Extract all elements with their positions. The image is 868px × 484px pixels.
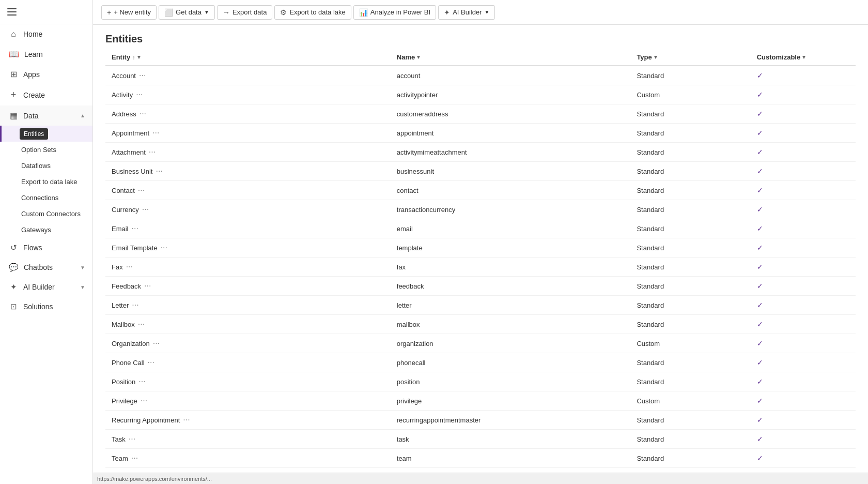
entity-customizable: ✓ [751, 277, 856, 296]
table-row: Email···emailStandard✓ [105, 219, 856, 238]
sidebar-item-home-label: Home [23, 30, 42, 38]
new-entity-button[interactable]: + + New entity [101, 5, 157, 20]
entity-type: Standard [630, 277, 750, 296]
customizable-checkmark-icon: ✓ [757, 186, 763, 194]
ai-builder-icon: ✦ [9, 282, 18, 292]
row-options-button[interactable]: ··· [158, 242, 171, 253]
entity-customizable: ✓ [751, 334, 856, 353]
table-row: Currency···transactioncurrencyStandard✓ [105, 200, 856, 219]
entity-technical-name: transactioncurrency [391, 200, 631, 219]
export-data-button[interactable]: → Export data [217, 5, 273, 20]
entity-technical-name: account [391, 66, 631, 85]
row-options-button[interactable]: ··· [149, 127, 162, 139]
column-header-name[interactable]: Name ▾ [391, 49, 631, 66]
entity-type: Standard [630, 200, 750, 219]
get-data-button[interactable]: ⬜ Get data ▼ [159, 5, 215, 20]
sidebar-item-create[interactable]: + Create [0, 84, 92, 105]
ai-builder-toolbar-button[interactable]: ✦ AI Builder ▼ [438, 5, 495, 20]
sidebar-item-home[interactable]: ⌂ Home [0, 24, 92, 44]
row-options-button[interactable]: ··· [126, 433, 138, 445]
entity-name: Organization [112, 340, 150, 347]
entity-technical-name: activitypointer [391, 85, 631, 104]
customizable-checkmark-icon: ✓ [757, 90, 763, 99]
entity-name: Privilege [112, 397, 137, 405]
entity-customizable: ✓ [751, 85, 856, 104]
sidebar-item-flows[interactable]: ↺ Flows [0, 238, 92, 258]
row-options-button[interactable]: ··· [139, 204, 152, 215]
entity-type: Standard [630, 238, 750, 258]
entity-technical-name: email [391, 219, 631, 238]
row-options-button[interactable]: ··· [123, 261, 136, 273]
sidebar-item-chatbots-label: Chatbots [24, 263, 53, 271]
analyze-power-bi-button[interactable]: 📊 Analyze in Power BI [353, 5, 436, 20]
entity-technical-name: appointment [391, 124, 631, 143]
entity-customizable: ✓ [751, 200, 856, 219]
sidebar-item-connections[interactable]: Connections [0, 190, 92, 206]
column-header-customizable[interactable]: Customizable ▾ [751, 49, 856, 66]
entity-name: Address [112, 110, 136, 118]
row-options-button[interactable]: ··· [145, 357, 158, 368]
row-options-button[interactable]: ··· [129, 299, 142, 311]
table-row: Account···accountStandard✓ [105, 66, 856, 85]
entity-name: Contact [112, 187, 135, 194]
entity-customizable: ✓ [751, 353, 856, 372]
entity-customizable: ✓ [751, 219, 856, 238]
entity-name: Appointment [112, 129, 149, 137]
customizable-checkmark-icon: ✓ [757, 320, 763, 328]
table-header-row: Entity ↑ ▾ Name ▾ Type [105, 49, 856, 66]
column-header-entity[interactable]: Entity ↑ ▾ [105, 49, 391, 66]
row-options-button[interactable]: ··· [135, 185, 148, 196]
row-options-button[interactable]: ··· [180, 414, 193, 426]
entity-type: Standard [630, 449, 750, 468]
row-options-button[interactable]: ··· [135, 319, 148, 330]
row-options-button[interactable]: ··· [136, 108, 149, 119]
entity-name: Mailbox [112, 321, 135, 328]
sidebar-item-chatbots[interactable]: 💬 Chatbots ▼ [0, 258, 92, 277]
table-row: Mailbox···mailboxStandard✓ [105, 315, 856, 334]
table-row: Task···taskStandard✓ [105, 430, 856, 449]
export-to-data-lake-button[interactable]: ⚙ Export to data lake [274, 5, 351, 20]
entity-name: Position [112, 378, 135, 386]
table-row: Attachment···activitymimeattachmentStand… [105, 143, 856, 162]
row-options-button[interactable]: ··· [141, 280, 154, 292]
sidebar-item-learn[interactable]: 📖 Learn [0, 44, 92, 64]
sidebar-item-data[interactable]: ▦ Data ▲ [0, 105, 92, 126]
column-header-type[interactable]: Type ▾ [630, 49, 750, 66]
entity-type: Standard [630, 353, 750, 372]
row-options-button[interactable]: ··· [150, 338, 163, 349]
sidebar-item-gateways[interactable]: Gateways [0, 222, 92, 238]
entity-customizable: ✓ [751, 372, 856, 391]
table-row: Team···teamStandard✓ [105, 449, 856, 468]
sidebar-item-solutions[interactable]: ⊡ Solutions [0, 297, 92, 316]
sidebar-item-ai-builder[interactable]: ✦ AI Builder ▼ [0, 277, 92, 297]
row-options-button[interactable]: ··· [136, 70, 149, 81]
row-options-button[interactable]: ··· [129, 223, 142, 234]
entity-customizable: ✓ [751, 411, 856, 430]
ai-builder-toolbar-label: AI Builder [453, 8, 482, 16]
chatbots-icon: 💬 [9, 263, 19, 272]
entity-name: Currency [112, 206, 139, 214]
sidebar-item-dataflows[interactable]: Dataflows [0, 158, 92, 174]
table-row: Address···customeraddressStandard✓ [105, 104, 856, 124]
sidebar-item-entities[interactable]: Entities [0, 126, 92, 142]
entity-technical-name: activitymimeattachment [391, 143, 631, 162]
main-content: + + New entity ⬜ Get data ▼ → Export dat… [93, 0, 868, 484]
row-options-button[interactable]: ··· [137, 395, 150, 406]
entity-name: Activity [112, 91, 133, 99]
row-options-button[interactable]: ··· [128, 452, 141, 464]
sidebar-item-export-data-lake[interactable]: Export to data lake [0, 174, 92, 190]
statusbar-url: https://make.powerapps.com/environments/… [97, 476, 212, 482]
row-options-button[interactable]: ··· [146, 146, 159, 158]
table-row: Position···positionStandard✓ [105, 372, 856, 391]
sidebar-item-option-sets[interactable]: Option Sets [0, 142, 92, 158]
row-options-button[interactable]: ··· [135, 376, 148, 387]
sidebar-item-custom-connectors[interactable]: Custom Connectors [0, 206, 92, 222]
row-options-button[interactable]: ··· [133, 89, 146, 100]
entity-name: Email Template [112, 244, 158, 252]
entity-customizable: ✓ [751, 181, 856, 200]
sidebar-item-apps[interactable]: ⊞ Apps [0, 64, 92, 84]
entity-customizable: ✓ [751, 391, 856, 411]
new-entity-icon: + [107, 8, 111, 17]
hamburger-button[interactable] [5, 6, 19, 18]
row-options-button[interactable]: ··· [152, 165, 165, 177]
